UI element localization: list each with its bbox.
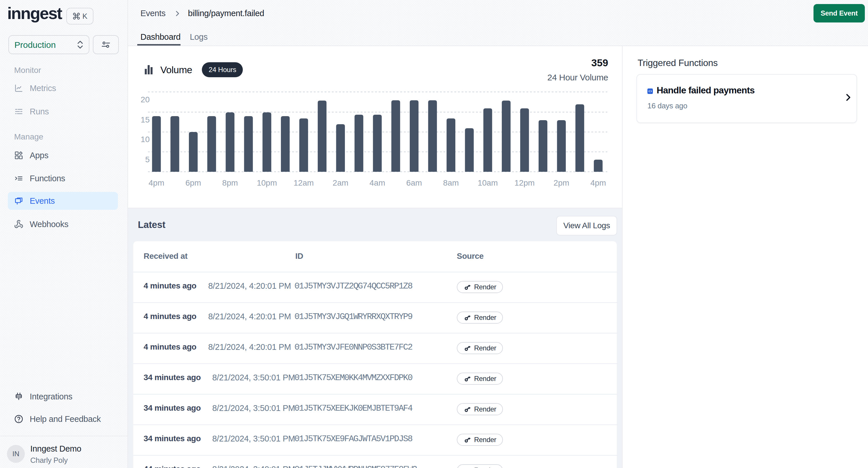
svg-text:10pm: 10pm xyxy=(257,178,277,187)
svg-text:12am: 12am xyxy=(293,178,314,187)
svg-text:4pm: 4pm xyxy=(590,178,606,187)
svg-text:10am: 10am xyxy=(477,178,498,187)
svg-text:2pm: 2pm xyxy=(554,178,569,187)
svg-text:6am: 6am xyxy=(406,178,422,187)
svg-text:15: 15 xyxy=(141,115,150,124)
svg-text:20: 20 xyxy=(141,95,150,104)
svg-text:4am: 4am xyxy=(369,178,385,187)
svg-text:5: 5 xyxy=(145,155,150,164)
svg-text:12pm: 12pm xyxy=(515,178,535,187)
svg-text:10: 10 xyxy=(141,135,150,144)
svg-text:4pm: 4pm xyxy=(149,178,164,187)
svg-text:2am: 2am xyxy=(333,178,348,187)
svg-text:6pm: 6pm xyxy=(185,178,201,187)
svg-text:8am: 8am xyxy=(443,178,459,187)
svg-text:8pm: 8pm xyxy=(222,178,238,187)
